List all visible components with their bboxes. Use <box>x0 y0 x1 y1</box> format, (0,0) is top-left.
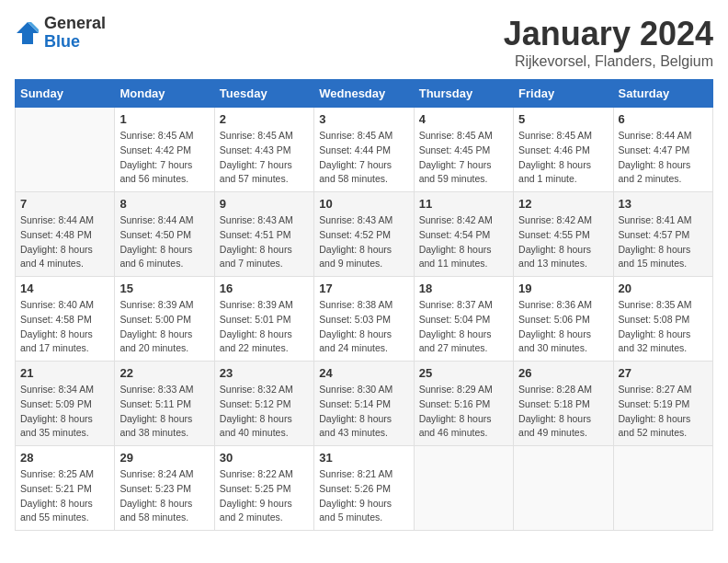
weekday-header: Tuesday <box>214 80 313 108</box>
day-info: Sunrise: 8:38 AMSunset: 5:03 PMDaylight:… <box>319 298 408 356</box>
calendar-cell: 18Sunrise: 8:37 AMSunset: 5:04 PMDayligh… <box>414 277 513 362</box>
calendar-cell: 14Sunrise: 8:40 AMSunset: 4:58 PMDayligh… <box>16 277 115 362</box>
calendar-week-row: 21Sunrise: 8:34 AMSunset: 5:09 PMDayligh… <box>16 362 713 446</box>
calendar-cell: 6Sunrise: 8:44 AMSunset: 4:47 PMDaylight… <box>613 108 712 192</box>
svg-marker-0 <box>17 22 39 44</box>
weekday-header: Monday <box>115 80 214 108</box>
day-info: Sunrise: 8:29 AMSunset: 5:16 PMDaylight:… <box>419 383 508 441</box>
day-number: 12 <box>518 197 608 211</box>
calendar-cell: 16Sunrise: 8:39 AMSunset: 5:01 PMDayligh… <box>214 277 313 362</box>
day-number: 22 <box>119 366 209 380</box>
day-number: 19 <box>518 282 608 295</box>
day-info: Sunrise: 8:44 AMSunset: 4:48 PMDaylight:… <box>20 213 109 271</box>
day-info: Sunrise: 8:44 AMSunset: 4:50 PMDaylight:… <box>119 213 209 271</box>
day-number: 16 <box>220 282 309 295</box>
calendar-cell: 30Sunrise: 8:22 AMSunset: 5:25 PMDayligh… <box>214 446 313 531</box>
day-info: Sunrise: 8:30 AMSunset: 5:14 PMDaylight:… <box>319 383 408 441</box>
day-info: Sunrise: 8:22 AMSunset: 5:25 PMDaylight:… <box>220 467 309 525</box>
calendar-cell: 17Sunrise: 8:38 AMSunset: 5:03 PMDayligh… <box>314 277 414 362</box>
day-number: 1 <box>119 112 209 126</box>
day-number: 31 <box>319 451 408 465</box>
day-number: 3 <box>319 112 408 126</box>
day-info: Sunrise: 8:45 AMSunset: 4:43 PMDaylight:… <box>220 129 309 187</box>
day-number: 18 <box>419 282 508 295</box>
day-info: Sunrise: 8:36 AMSunset: 5:06 PMDaylight:… <box>518 298 608 356</box>
logo-general: General <box>44 14 106 32</box>
weekday-header: Thursday <box>414 80 513 108</box>
day-number: 10 <box>319 197 408 211</box>
day-number: 27 <box>619 366 708 380</box>
day-number: 7 <box>20 197 109 211</box>
day-info: Sunrise: 8:42 AMSunset: 4:55 PMDaylight:… <box>518 213 608 271</box>
calendar-body: 1Sunrise: 8:45 AMSunset: 4:42 PMDaylight… <box>16 108 713 531</box>
day-info: Sunrise: 8:43 AMSunset: 4:51 PMDaylight:… <box>220 213 309 271</box>
day-number: 4 <box>419 112 508 126</box>
calendar-cell: 2Sunrise: 8:45 AMSunset: 4:43 PMDaylight… <box>214 108 313 192</box>
day-number: 24 <box>319 366 408 380</box>
day-info: Sunrise: 8:35 AMSunset: 5:08 PMDaylight:… <box>619 298 708 356</box>
day-info: Sunrise: 8:43 AMSunset: 4:52 PMDaylight:… <box>319 213 408 271</box>
calendar-cell: 15Sunrise: 8:39 AMSunset: 5:00 PMDayligh… <box>115 277 214 362</box>
day-number: 29 <box>119 451 209 465</box>
day-info: Sunrise: 8:44 AMSunset: 4:47 PMDaylight:… <box>619 129 708 187</box>
calendar-week-row: 7Sunrise: 8:44 AMSunset: 4:48 PMDaylight… <box>16 192 713 277</box>
calendar-week-row: 28Sunrise: 8:25 AMSunset: 5:21 PMDayligh… <box>16 446 713 531</box>
logo-icon <box>15 20 40 46</box>
day-number: 25 <box>419 366 508 380</box>
day-info: Sunrise: 8:41 AMSunset: 4:57 PMDaylight:… <box>619 213 708 271</box>
calendar-cell <box>514 446 613 531</box>
calendar-cell: 21Sunrise: 8:34 AMSunset: 5:09 PMDayligh… <box>16 362 115 446</box>
calendar-cell: 25Sunrise: 8:29 AMSunset: 5:16 PMDayligh… <box>414 362 513 446</box>
day-number: 13 <box>619 197 708 211</box>
calendar-cell: 13Sunrise: 8:41 AMSunset: 4:57 PMDayligh… <box>613 192 712 277</box>
title-section: January 2024 Rijkevorsel, Flanders, Belg… <box>504 15 713 70</box>
day-info: Sunrise: 8:39 AMSunset: 5:00 PMDaylight:… <box>119 298 209 356</box>
calendar-cell: 20Sunrise: 8:35 AMSunset: 5:08 PMDayligh… <box>613 277 712 362</box>
calendar-cell <box>16 108 115 192</box>
logo: General Blue <box>15 15 106 52</box>
calendar-cell: 23Sunrise: 8:32 AMSunset: 5:12 PMDayligh… <box>214 362 313 446</box>
day-number: 26 <box>518 366 608 380</box>
calendar-cell: 26Sunrise: 8:28 AMSunset: 5:18 PMDayligh… <box>514 362 613 446</box>
day-info: Sunrise: 8:42 AMSunset: 4:54 PMDaylight:… <box>419 213 508 271</box>
calendar-cell <box>613 446 712 531</box>
calendar-cell: 28Sunrise: 8:25 AMSunset: 5:21 PMDayligh… <box>16 446 115 531</box>
day-info: Sunrise: 8:37 AMSunset: 5:04 PMDaylight:… <box>419 298 508 356</box>
day-info: Sunrise: 8:45 AMSunset: 4:45 PMDaylight:… <box>419 129 508 187</box>
day-number: 21 <box>20 366 109 380</box>
calendar-cell: 3Sunrise: 8:45 AMSunset: 4:44 PMDaylight… <box>314 108 414 192</box>
logo-blue: Blue <box>44 32 80 51</box>
day-info: Sunrise: 8:24 AMSunset: 5:23 PMDaylight:… <box>119 467 209 525</box>
calendar-cell: 4Sunrise: 8:45 AMSunset: 4:45 PMDaylight… <box>414 108 513 192</box>
day-number: 23 <box>220 366 309 380</box>
location: Rijkevorsel, Flanders, Belgium <box>504 53 713 70</box>
calendar-cell: 11Sunrise: 8:42 AMSunset: 4:54 PMDayligh… <box>414 192 513 277</box>
day-info: Sunrise: 8:32 AMSunset: 5:12 PMDaylight:… <box>220 383 309 441</box>
day-number: 2 <box>220 112 309 126</box>
weekday-header: Saturday <box>613 80 712 108</box>
weekday-header: Sunday <box>16 80 115 108</box>
calendar-cell: 7Sunrise: 8:44 AMSunset: 4:48 PMDaylight… <box>16 192 115 277</box>
day-info: Sunrise: 8:45 AMSunset: 4:46 PMDaylight:… <box>518 129 608 187</box>
day-info: Sunrise: 8:25 AMSunset: 5:21 PMDaylight:… <box>20 467 109 525</box>
calendar-cell: 8Sunrise: 8:44 AMSunset: 4:50 PMDaylight… <box>115 192 214 277</box>
weekday-header: Wednesday <box>314 80 414 108</box>
day-number: 14 <box>20 282 109 295</box>
calendar-cell: 22Sunrise: 8:33 AMSunset: 5:11 PMDayligh… <box>115 362 214 446</box>
calendar-header: SundayMondayTuesdayWednesdayThursdayFrid… <box>16 80 713 108</box>
calendar-cell: 27Sunrise: 8:27 AMSunset: 5:19 PMDayligh… <box>613 362 712 446</box>
day-info: Sunrise: 8:34 AMSunset: 5:09 PMDaylight:… <box>20 383 109 441</box>
calendar-week-row: 1Sunrise: 8:45 AMSunset: 4:42 PMDaylight… <box>16 108 713 192</box>
calendar-week-row: 14Sunrise: 8:40 AMSunset: 4:58 PMDayligh… <box>16 277 713 362</box>
day-info: Sunrise: 8:28 AMSunset: 5:18 PMDaylight:… <box>518 383 608 441</box>
day-number: 8 <box>119 197 209 211</box>
day-info: Sunrise: 8:33 AMSunset: 5:11 PMDaylight:… <box>119 383 209 441</box>
page-header: General Blue January 2024 Rijkevorsel, F… <box>15 15 713 70</box>
calendar-cell: 5Sunrise: 8:45 AMSunset: 4:46 PMDaylight… <box>514 108 613 192</box>
day-number: 20 <box>619 282 708 295</box>
month-title: January 2024 <box>504 15 713 53</box>
weekday-header: Friday <box>514 80 613 108</box>
day-number: 6 <box>619 112 708 126</box>
day-info: Sunrise: 8:39 AMSunset: 5:01 PMDaylight:… <box>220 298 309 356</box>
calendar-cell: 9Sunrise: 8:43 AMSunset: 4:51 PMDaylight… <box>214 192 313 277</box>
